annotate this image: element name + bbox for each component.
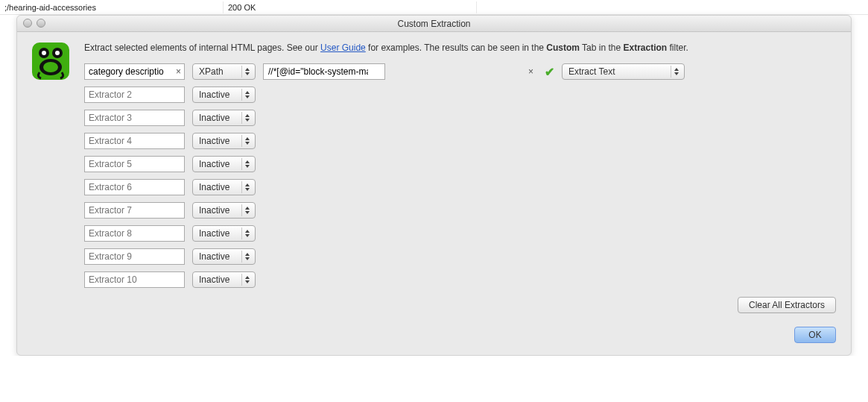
validation-ok-icon: ✔: [545, 65, 554, 79]
method-select-label: Inactive: [199, 182, 229, 192]
top-spacer: [477, 6, 868, 9]
stepper-arrows-icon: [241, 181, 252, 193]
method-select-label: Inactive: [199, 205, 229, 216]
extractor-row-2: Inactive: [84, 87, 836, 103]
extractor-row-3: Inactive: [84, 110, 836, 126]
method-select-label: Inactive: [199, 274, 229, 285]
extractor-name-input-10[interactable]: [84, 271, 185, 288]
extractor-name-input-1[interactable]: [84, 63, 185, 80]
method-select-label: XPath: [199, 66, 224, 77]
extractor-row-8: Inactive: [84, 225, 836, 242]
dialog-titlebar: Custom Extraction: [17, 16, 851, 32]
extractor-name-input-3[interactable]: [84, 110, 185, 126]
dialog-title: Custom Extraction: [397, 19, 470, 29]
app-logo-icon: [32, 43, 69, 80]
method-select-4[interactable]: Inactive: [192, 133, 256, 149]
extractor-name-input-7[interactable]: [84, 202, 185, 219]
status-cell: 200 OK: [224, 1, 477, 13]
stepper-arrows-icon: [241, 89, 252, 101]
intro-extraction: Extraction: [624, 43, 668, 53]
extract-mode-label: Extract Text: [568, 66, 615, 77]
stepper-arrows-icon: [241, 251, 252, 263]
extractor-name-input-9[interactable]: [84, 248, 185, 265]
extractor-row-6: Inactive: [84, 179, 836, 195]
intro-mid: for examples. The results can be seen in…: [366, 43, 547, 53]
clear-expression-icon[interactable]: ×: [528, 66, 533, 77]
svg-point-4: [55, 51, 60, 55]
stepper-arrows-icon: [241, 112, 252, 124]
method-select-label: Inactive: [199, 251, 229, 262]
intro-custom: Custom: [546, 43, 580, 53]
extractor-name-input-5[interactable]: [84, 156, 185, 172]
traffic-light-min-icon[interactable]: [37, 19, 45, 28]
method-select-2[interactable]: Inactive: [192, 87, 256, 103]
method-select-1[interactable]: XPath: [192, 63, 256, 80]
url-cell: ;/hearing-aid-accessories: [0, 1, 224, 13]
extractor-row-7: Inactive: [84, 202, 836, 219]
intro-text: Extract selected elements of internal HT…: [84, 43, 836, 53]
stepper-arrows-icon: [241, 227, 252, 239]
extractor-row-4: Inactive: [84, 133, 836, 149]
stepper-arrows-icon: [241, 204, 252, 216]
stepper-arrows-icon: [241, 274, 252, 286]
extractor-name-input-4[interactable]: [84, 133, 185, 149]
custom-extraction-dialog: Custom Extraction Extract selected eleme…: [16, 15, 852, 356]
stepper-arrows-icon: [671, 66, 681, 78]
top-strip: ;/hearing-aid-accessories 200 OK: [0, 0, 868, 15]
method-select-3[interactable]: Inactive: [192, 110, 256, 126]
method-select-9[interactable]: Inactive: [192, 248, 256, 265]
user-guide-link[interactable]: User Guide: [320, 43, 366, 53]
method-select-label: Inactive: [199, 113, 229, 123]
ok-button[interactable]: OK: [794, 327, 836, 343]
stepper-arrows-icon: [241, 158, 252, 170]
method-select-8[interactable]: Inactive: [192, 225, 256, 242]
extractor-name-input-2[interactable]: [84, 87, 185, 103]
svg-point-6: [43, 62, 58, 72]
extractor-name-input-6[interactable]: [84, 179, 185, 195]
method-select-label: Inactive: [199, 228, 229, 239]
method-select-label: Inactive: [199, 89, 229, 100]
intro-prefix: Extract selected elements of internal HT…: [84, 43, 320, 53]
extractor-row-10: Inactive: [84, 271, 836, 288]
clear-all-extractors-button[interactable]: Clear All Extractors: [738, 297, 836, 313]
intro-suffix: filter.: [667, 43, 688, 53]
method-select-6[interactable]: Inactive: [192, 179, 256, 195]
method-select-5[interactable]: Inactive: [192, 156, 256, 172]
method-select-label: Inactive: [199, 159, 229, 169]
extractor-row-5: Inactive: [84, 156, 836, 172]
extractor-row-9: Inactive: [84, 248, 836, 265]
clear-name-icon[interactable]: ×: [176, 66, 181, 77]
extractor-row-1: × XPath × ✔ Extract Text: [84, 63, 836, 80]
traffic-light-close-icon[interactable]: [23, 19, 32, 28]
intro-tab: Tab in the: [580, 43, 624, 53]
extractor-name-input-8[interactable]: [84, 225, 185, 242]
stepper-arrows-icon: [241, 135, 252, 147]
expression-input-1[interactable]: [263, 63, 385, 80]
extract-mode-select-1[interactable]: Extract Text: [562, 63, 685, 80]
stepper-arrows-icon: [241, 66, 252, 78]
method-select-7[interactable]: Inactive: [192, 202, 256, 219]
method-select-10[interactable]: Inactive: [192, 271, 256, 288]
method-select-label: Inactive: [199, 136, 229, 146]
svg-point-3: [42, 51, 46, 55]
